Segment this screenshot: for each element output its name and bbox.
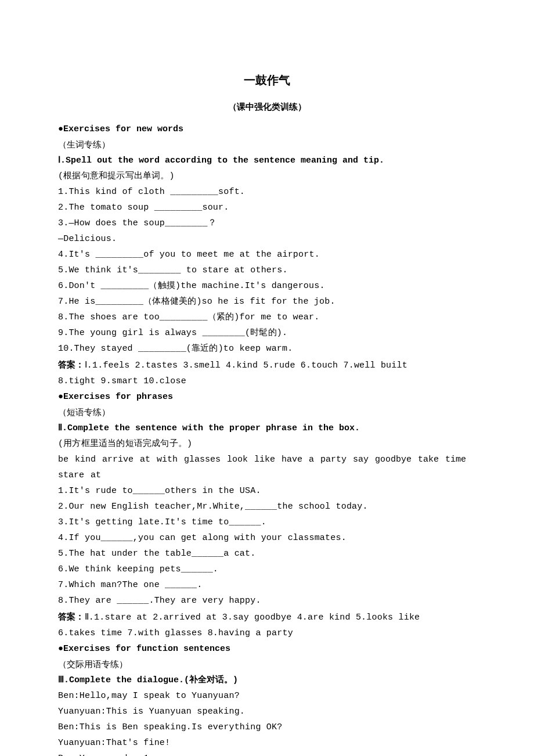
s2-q1: 1.It's rude to______others in the USA. — [58, 483, 476, 499]
s2-q4: 4.If you______,you can get along with yo… — [58, 530, 476, 546]
document-page: 一鼓作气 （课中强化类训练） ●Exercises for new words … — [0, 0, 534, 756]
s2-q5: 5.The hat under the table______a cat. — [58, 546, 476, 561]
s1-q7: 7.He is_________（体格健美的)so he is fit for … — [58, 294, 476, 309]
page-subtitle: （课中强化类训练） — [58, 99, 476, 114]
section3-heading: ●Exercises for function sentences — [58, 641, 476, 657]
phrase-box-line2: stare at — [58, 467, 476, 483]
section1-instruction: Ⅰ.Spell out the word according to the se… — [58, 153, 476, 168]
section1-instruction-cn: (根据句意和提示写出单词。) — [58, 168, 476, 184]
s2-answers-line1: 答案：Ⅱ.1.stare at 2.arrived at 3.say goodb… — [58, 609, 476, 625]
section1-heading: ●Exercises for new words — [58, 121, 476, 137]
s1-answers-text1: Ⅰ.1.feels 2.tastes 3.smell 4.kind 5.rude… — [85, 361, 407, 370]
s2-q8: 8.They are ______.They are very happy. — [58, 593, 476, 609]
section3-note: （交际用语专练） — [58, 657, 476, 672]
section1-note: （生词专练） — [58, 137, 476, 153]
s1-q4: 4.It's _________of you to meet me at the… — [58, 247, 476, 262]
s1-answers-line1: 答案：Ⅰ.1.feels 2.tastes 3.smell 4.kind 5.r… — [58, 357, 476, 373]
s1-q9: 9.The young girl is always ________(时髦的)… — [58, 325, 476, 341]
s2-answers-text1: Ⅱ.1.stare at 2.arrived at 3.say goodbye … — [85, 613, 420, 622]
answer-label: 答案： — [58, 611, 85, 621]
s2-q6: 6.We think keeping pets______. — [58, 561, 476, 577]
section2-heading: ●Exercises for phrases — [58, 389, 476, 405]
s1-q5: 5.We think it's________ to stare at othe… — [58, 262, 476, 278]
s2-answers-line2: 6.takes time 7.with glasses 8.having a p… — [58, 625, 476, 641]
section2-instruction-cn: (用方框里适当的短语完成句子。) — [58, 436, 476, 452]
s2-q2: 2.Our new English teacher,Mr.White,_____… — [58, 499, 476, 514]
s2-q3: 3.It's getting late.It's time to______. — [58, 514, 476, 530]
section2-instruction: Ⅱ.Complete the sentence with the proper … — [58, 420, 476, 436]
section2-note: （短语专练） — [58, 405, 476, 420]
s1-q1: 1.This kind of cloth _________soft. — [58, 184, 476, 200]
phrase-box-line1: be kind arrive at with glasses look like… — [58, 452, 476, 467]
s1-answers-line2: 8.tight 9.smart 10.close — [58, 373, 476, 389]
section3-instruction: Ⅲ.Complete the dialogue.(补全对话。) — [58, 672, 476, 688]
answer-label: 答案： — [58, 359, 85, 369]
s1-q6: 6.Don't _________（触摸)the machine.It's da… — [58, 278, 476, 294]
page-title: 一鼓作气 — [58, 70, 476, 91]
dialogue-line-5: Ben:You sound___1__. — [58, 751, 476, 756]
s1-q10: 10.They stayed _________(靠近的)to keep war… — [58, 341, 476, 357]
s1-q3b: —Delicious. — [58, 231, 476, 247]
s2-q7: 7.Which man?The one ______. — [58, 577, 476, 593]
dialogue-line-3: Ben:This is Ben speaking.Is everything O… — [58, 719, 476, 735]
s1-q3a: 3.—How does the soup________？ — [58, 215, 476, 231]
s1-q2: 2.The tomato soup _________sour. — [58, 200, 476, 215]
dialogue-line-2: Yuanyuan:This is Yuanyuan speaking. — [58, 704, 476, 719]
s1-q8: 8.The shoes are too_________（紧的)for me t… — [58, 309, 476, 325]
dialogue-line-4: Yuanyuan:That's fine! — [58, 735, 476, 751]
dialogue-line-1: Ben:Hello,may I speak to Yuanyuan? — [58, 688, 476, 704]
